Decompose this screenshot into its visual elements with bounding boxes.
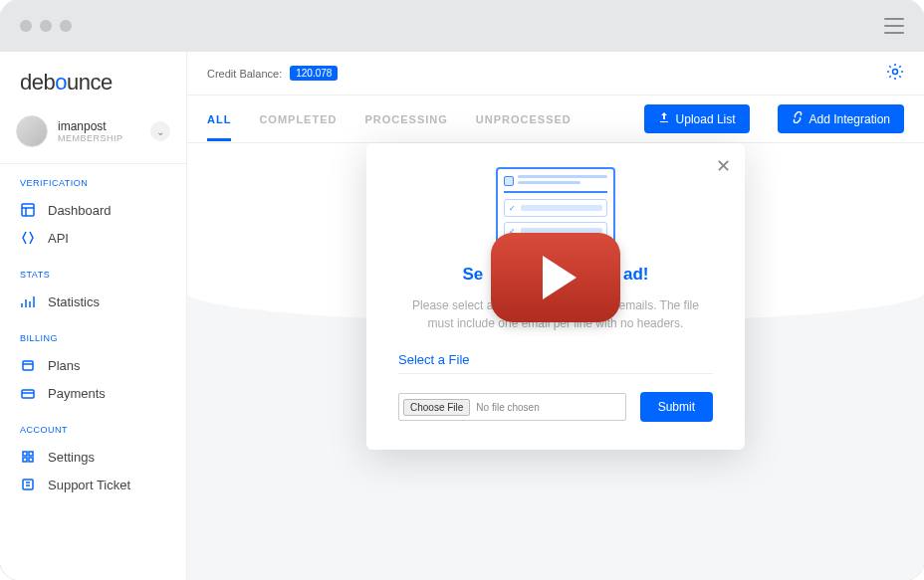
nav-heading-account: ACCOUNT: [0, 425, 186, 443]
tabs-row: ALL COMPLETED PROCESSING UNPROCESSED Upl…: [187, 96, 924, 143]
nav-label: Statistics: [48, 294, 100, 309]
username: imanpost: [58, 119, 140, 133]
svg-rect-7: [23, 452, 27, 456]
svg-rect-8: [29, 452, 33, 456]
link-icon: [792, 111, 804, 126]
settings-icon: [20, 449, 36, 465]
svg-rect-5: [22, 390, 34, 398]
nav-heading-stats: STATS: [0, 270, 186, 288]
nav-label: API: [48, 231, 69, 246]
add-integration-button[interactable]: Add Integration: [778, 104, 904, 133]
window-dot: [60, 20, 72, 32]
logo: debounce: [20, 70, 166, 96]
close-icon[interactable]: ✕: [716, 155, 731, 177]
choose-file-button[interactable]: Choose File: [403, 399, 470, 416]
submit-button[interactable]: Submit: [640, 392, 713, 422]
upload-list-button[interactable]: Upload List: [644, 104, 750, 133]
topbar: Credit Balance: 120.078: [187, 52, 924, 96]
api-icon: [20, 230, 36, 246]
user-profile[interactable]: imanpost MEMBERSHIP ⌄: [0, 105, 186, 164]
chart-icon: [20, 293, 36, 309]
svg-rect-9: [23, 458, 27, 462]
svg-rect-0: [22, 204, 34, 216]
sidebar-item-settings[interactable]: Settings: [0, 443, 186, 471]
chevron-down-icon[interactable]: ⌄: [150, 121, 170, 141]
svg-point-14: [893, 69, 898, 74]
payments-icon: [20, 385, 36, 401]
tab-unprocessed[interactable]: UNPROCESSED: [476, 97, 572, 141]
upload-icon: [658, 111, 670, 126]
browser-chrome: [0, 0, 924, 52]
content-area: ✕ ✓ ✓: [187, 143, 924, 580]
svg-rect-10: [29, 458, 33, 462]
section-label: Select a File: [398, 352, 713, 374]
credit-badge: 120.078: [290, 66, 338, 81]
hamburger-icon[interactable]: [884, 18, 904, 34]
tab-all[interactable]: ALL: [207, 97, 231, 141]
sidebar-item-dashboard[interactable]: Dashboard: [0, 196, 186, 224]
window-dot: [20, 20, 32, 32]
nav-label: Dashboard: [48, 203, 112, 218]
sidebar-item-plans[interactable]: Plans: [0, 351, 186, 379]
nav-label: Settings: [48, 450, 95, 465]
user-role: MEMBERSHIP: [58, 133, 140, 143]
file-input[interactable]: Choose File No file chosen: [398, 393, 626, 421]
ticket-icon: [20, 477, 36, 492]
sidebar-item-statistics[interactable]: Statistics: [0, 288, 186, 315]
nav-heading-verification: VERIFICATION: [0, 178, 186, 196]
gear-icon[interactable]: [886, 63, 904, 85]
plans-icon: [20, 357, 36, 373]
file-status: No file chosen: [476, 402, 539, 413]
nav-label: Support Ticket: [48, 478, 130, 492]
sidebar-item-payments[interactable]: Payments: [0, 379, 186, 407]
nav-label: Payments: [48, 386, 106, 401]
window-dot: [40, 20, 52, 32]
svg-rect-11: [23, 480, 33, 489]
sidebar-item-api[interactable]: API: [0, 224, 186, 252]
svg-rect-3: [23, 361, 33, 370]
avatar: [16, 115, 48, 147]
main-content: Credit Balance: 120.078 ALL COMPLETED PR…: [187, 52, 924, 580]
dashboard-icon: [20, 202, 36, 218]
sidebar: debounce imanpost MEMBERSHIP ⌄ VERIFICAT…: [0, 52, 187, 580]
nav-heading-billing: BILLING: [0, 333, 186, 351]
credit-label: Credit Balance:: [207, 68, 282, 80]
sidebar-item-support[interactable]: Support Ticket: [0, 471, 186, 498]
tab-completed[interactable]: COMPLETED: [259, 97, 337, 141]
window-controls: [20, 20, 72, 32]
play-icon: [543, 256, 577, 299]
nav-label: Plans: [48, 358, 81, 373]
play-button[interactable]: [491, 233, 620, 322]
tab-processing[interactable]: PROCESSING: [364, 97, 447, 141]
